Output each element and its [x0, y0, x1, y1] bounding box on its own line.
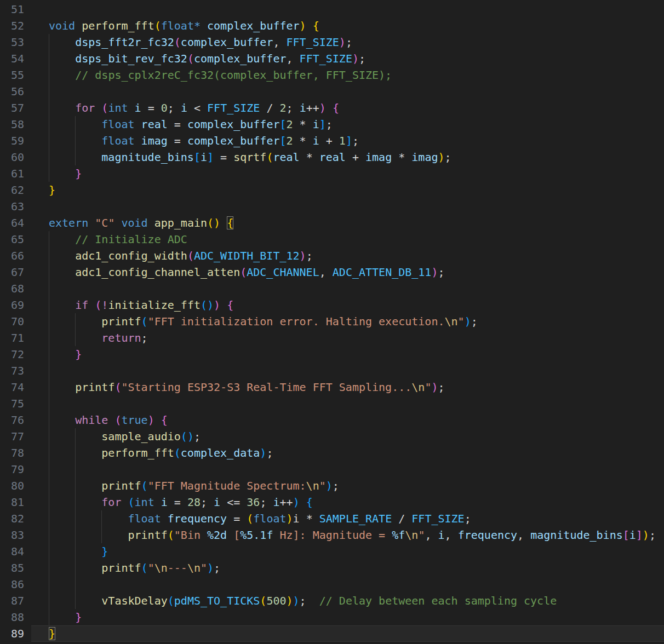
code-text[interactable]: sample_audio();: [31, 428, 664, 445]
code-line[interactable]: 77 sample_audio();: [0, 428, 664, 445]
code-text[interactable]: if (!initialize_fft()) {: [31, 297, 664, 313]
code-line[interactable]: 75: [0, 395, 664, 412]
code-line[interactable]: 67 adc1_config_channel_atten(ADC_CHANNEL…: [0, 264, 664, 280]
code-line[interactable]: 76 while (true) {: [0, 412, 664, 428]
code-text[interactable]: [31, 280, 664, 297]
line-number[interactable]: 72: [0, 346, 31, 363]
code-line[interactable]: 55 // dsps_cplx2reC_fc32(complex_buffer,…: [0, 67, 664, 83]
line-number[interactable]: 83: [0, 527, 31, 543]
line-number[interactable]: 65: [0, 231, 31, 248]
line-number[interactable]: 51: [0, 1, 31, 18]
code-text[interactable]: // Initialize ADC: [31, 231, 664, 248]
code-text[interactable]: [31, 1, 664, 18]
code-text[interactable]: }: [31, 182, 664, 198]
line-number[interactable]: 66: [0, 248, 31, 264]
line-number[interactable]: 75: [0, 395, 31, 412]
code-line[interactable]: 69 if (!initialize_fft()) {: [0, 297, 664, 313]
line-number[interactable]: 81: [0, 494, 31, 510]
line-number[interactable]: 63: [0, 198, 31, 215]
code-text[interactable]: float real = complex_buffer[2 * i];: [31, 116, 664, 133]
code-line[interactable]: 61 }: [0, 165, 664, 182]
code-editor[interactable]: 5152void perform_fft(float* complex_buff…: [0, 0, 664, 644]
code-text[interactable]: }: [31, 609, 664, 625]
code-text[interactable]: for (int i = 28; i <= 36; i++) {: [31, 494, 664, 510]
code-text[interactable]: }: [31, 346, 664, 363]
code-text[interactable]: float imag = complex_buffer[2 * i + 1];: [31, 133, 664, 149]
code-line[interactable]: 66 adc1_config_width(ADC_WIDTH_BIT_12);: [0, 248, 664, 264]
line-number[interactable]: 80: [0, 478, 31, 494]
code-text[interactable]: [31, 576, 664, 593]
line-number[interactable]: 68: [0, 280, 31, 297]
code-line[interactable]: 74 printf("Starting ESP32-S3 Real-Time F…: [0, 379, 664, 395]
code-text[interactable]: adc1_config_channel_atten(ADC_CHANNEL, A…: [31, 264, 664, 280]
code-line[interactable]: 88 }: [0, 609, 664, 625]
line-number[interactable]: 84: [0, 543, 31, 560]
line-number[interactable]: 56: [0, 83, 31, 100]
code-text[interactable]: [31, 395, 664, 412]
code-line[interactable]: 78 perform_fft(complex_data);: [0, 445, 664, 461]
code-line[interactable]: 59 float imag = complex_buffer[2 * i + 1…: [0, 133, 664, 149]
code-text[interactable]: [31, 198, 664, 215]
code-text[interactable]: void perform_fft(float* complex_buffer) …: [31, 18, 664, 34]
code-line[interactable]: 89}: [0, 625, 664, 642]
code-line[interactable]: 70 printf("FFT initialization error. Hal…: [0, 313, 664, 330]
code-line[interactable]: 65 // Initialize ADC: [0, 231, 664, 248]
code-line[interactable]: 71 return;: [0, 330, 664, 346]
line-number[interactable]: 87: [0, 593, 31, 609]
line-number[interactable]: 59: [0, 133, 31, 149]
line-number[interactable]: 71: [0, 330, 31, 346]
code-text[interactable]: magnitude_bins[i] = sqrtf(real * real + …: [31, 149, 664, 165]
line-number[interactable]: 78: [0, 445, 31, 461]
code-line[interactable]: 81 for (int i = 28; i <= 36; i++) {: [0, 494, 664, 510]
code-line[interactable]: 62}: [0, 182, 664, 198]
code-text[interactable]: printf("Bin %2d [%5.1f Hz]: Magnitude = …: [31, 527, 664, 543]
code-line[interactable]: 73: [0, 363, 664, 379]
line-number[interactable]: 89: [0, 625, 31, 642]
code-text[interactable]: dsps_fft2r_fc32(complex_buffer, FFT_SIZE…: [31, 34, 664, 50]
code-line[interactable]: 82 float frequency = (float)i * SAMPLE_R…: [0, 510, 664, 527]
line-number[interactable]: 60: [0, 149, 31, 165]
line-number[interactable]: 76: [0, 412, 31, 428]
line-number[interactable]: 88: [0, 609, 31, 625]
code-line[interactable]: 68: [0, 280, 664, 297]
line-number[interactable]: 58: [0, 116, 31, 133]
code-line[interactable]: 54 dsps_bit_rev_fc32(complex_buffer, FFT…: [0, 50, 664, 67]
line-number[interactable]: 55: [0, 67, 31, 83]
line-number[interactable]: 85: [0, 560, 31, 576]
code-line[interactable]: 85 printf("\n---\n");: [0, 560, 664, 576]
code-text[interactable]: }: [31, 543, 664, 560]
code-line[interactable]: 64extern "C" void app_main() {: [0, 215, 664, 231]
line-number[interactable]: 57: [0, 100, 31, 116]
line-number[interactable]: 64: [0, 215, 31, 231]
line-number[interactable]: 86: [0, 576, 31, 593]
line-number[interactable]: 67: [0, 264, 31, 280]
code-line[interactable]: 87 vTaskDelay(pdMS_TO_TICKS(500)); // De…: [0, 593, 664, 609]
code-line[interactable]: 53 dsps_fft2r_fc32(complex_buffer, FFT_S…: [0, 34, 664, 50]
code-text[interactable]: printf("FFT Magnitude Spectrum:\n");: [31, 478, 664, 494]
code-text[interactable]: printf("FFT initialization error. Haltin…: [31, 313, 664, 330]
code-text[interactable]: // dsps_cplx2reC_fc32(complex_buffer, FF…: [31, 67, 664, 83]
code-line[interactable]: 83 printf("Bin %2d [%5.1f Hz]: Magnitude…: [0, 527, 664, 543]
code-line[interactable]: 84 }: [0, 543, 664, 560]
line-number[interactable]: 61: [0, 165, 31, 182]
code-text[interactable]: adc1_config_width(ADC_WIDTH_BIT_12);: [31, 248, 664, 264]
line-number[interactable]: 74: [0, 379, 31, 395]
code-text[interactable]: perform_fft(complex_data);: [31, 445, 664, 461]
code-line[interactable]: 63: [0, 198, 664, 215]
code-text[interactable]: printf("\n---\n");: [31, 560, 664, 576]
code-line[interactable]: 60 magnitude_bins[i] = sqrtf(real * real…: [0, 149, 664, 165]
code-line[interactable]: 56: [0, 83, 664, 100]
line-number[interactable]: 54: [0, 50, 31, 67]
code-text[interactable]: for (int i = 0; i < FFT_SIZE / 2; i++) {: [31, 100, 664, 116]
code-line[interactable]: 72 }: [0, 346, 664, 363]
line-number[interactable]: 73: [0, 363, 31, 379]
line-number[interactable]: 69: [0, 297, 31, 313]
line-number[interactable]: 79: [0, 461, 31, 478]
line-number[interactable]: 77: [0, 428, 31, 445]
code-line[interactable]: 51: [0, 1, 664, 18]
code-text[interactable]: [31, 83, 664, 100]
code-text[interactable]: while (true) {: [31, 412, 664, 428]
code-text[interactable]: return;: [31, 330, 664, 346]
code-text[interactable]: dsps_bit_rev_fc32(complex_buffer, FFT_SI…: [31, 50, 664, 67]
code-text[interactable]: float frequency = (float)i * SAMPLE_RATE…: [31, 510, 664, 527]
